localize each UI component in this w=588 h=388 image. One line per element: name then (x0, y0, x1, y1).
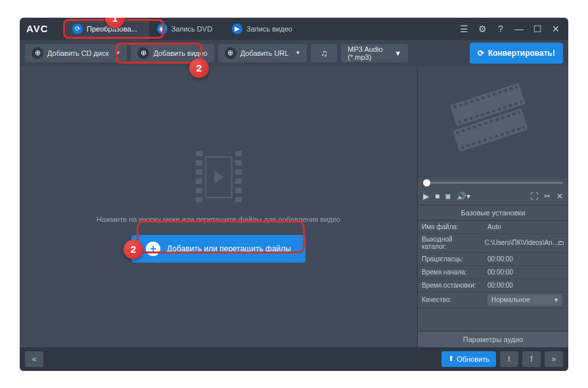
settings-header: Базовые установки (418, 205, 568, 221)
tab-label: Запись DVD (171, 25, 212, 33)
setting-value[interactable]: Auto (484, 221, 568, 232)
music-icon[interactable]: ♫ (311, 44, 337, 62)
video-plus-icon: ⊕ (137, 47, 149, 59)
annotation-badge-2b: 2 (124, 240, 143, 259)
snapshot-icon[interactable]: ◙ (445, 192, 450, 201)
setting-label: Время остановки: (418, 280, 484, 291)
setting-value: Нормальное ▾ (484, 292, 568, 308)
preview-controls: ▶ ■ ◙ 🔊▾ ⛶ ✂ ✕ (418, 188, 568, 205)
quality-select[interactable]: Нормальное ▾ (487, 294, 562, 306)
setting-label: Имя файла: (418, 221, 484, 232)
button-label: Добавить видео (153, 49, 207, 57)
footer: « ⬆ Обновить t f » (20, 347, 568, 371)
path-text: C:\Users\ПК\Videos\An... (485, 239, 558, 246)
button-label: Добавить CD диск (47, 49, 109, 57)
window-controls: ☰ ⚙ ? — ☐ ✕ (458, 24, 562, 34)
fullscreen-icon[interactable]: ⛶ (530, 192, 538, 201)
chevron-down-icon: ▼ (116, 50, 121, 56)
preview-seek-slider[interactable] (418, 178, 568, 188)
add-cd-button[interactable]: ⊕ Добавить CD диск ▼ (25, 44, 127, 62)
main-area: Нажмите на кнопку ниже или перетащите фа… (20, 66, 568, 347)
list-icon[interactable]: ☰ (458, 24, 470, 34)
expand-right-button[interactable]: » (545, 351, 563, 367)
main-tabs: ⟳ Преобразова... ◉ Запись DVD ▶ Запись в… (66, 18, 304, 40)
select-value: Нормальное (491, 296, 530, 303)
add-files-button[interactable]: + Добавить или перетащить файлы (131, 235, 305, 263)
play-icon[interactable]: ▶ (423, 192, 429, 201)
setting-value: 00:00:00 (484, 253, 568, 265)
tab-record[interactable]: ▶ Запись видео (225, 18, 304, 40)
gear-icon[interactable]: ⚙ (476, 24, 488, 34)
reel-icon (449, 83, 536, 162)
setting-label: Качество: (418, 294, 484, 305)
drop-area[interactable]: Нажмите на кнопку ниже или перетащите фа… (20, 66, 417, 347)
video-preview (418, 66, 568, 178)
chevron-down-icon: ▼ (394, 49, 401, 57)
chevron-down-icon: ▾ (554, 296, 558, 303)
disc-icon: ◉ (157, 24, 168, 34)
facebook-icon[interactable]: f (522, 351, 541, 367)
annotation-badge-2a: 2 (189, 58, 209, 78)
button-label: Конвертировать! (488, 49, 555, 58)
refresh-icon: ⟳ (72, 24, 83, 34)
button-label: Добавить или перетащить файлы (167, 244, 291, 253)
setting-value[interactable]: 00:00:00 (484, 267, 568, 278)
setting-row: Качество: Нормальное ▾ (418, 292, 568, 309)
setting-row: Время начала: 00:00:00 (418, 266, 568, 279)
folder-icon[interactable]: 🗀 (558, 239, 564, 246)
play-icon: ▶ (232, 24, 242, 34)
button-label: Обновить (457, 355, 489, 363)
collapse-left-button[interactable]: « (25, 351, 43, 367)
convert-icon: ⟳ (478, 49, 484, 58)
twitter-icon[interactable]: t (500, 351, 518, 367)
drop-hint: Нажмите на кнопку ниже или перетащите фа… (97, 215, 340, 223)
close-button[interactable]: ✕ (550, 24, 562, 34)
maximize-button[interactable]: ☐ (531, 24, 543, 34)
cut-icon[interactable]: ✂ (544, 192, 551, 201)
cd-plus-icon: ⊕ (32, 47, 43, 59)
chevron-down-icon: ▼ (295, 50, 300, 56)
audio-params-button[interactable]: Параметры аудио (418, 331, 568, 347)
setting-label: Выходной каталог: (418, 234, 481, 252)
setting-label: Працягласць: (418, 253, 484, 265)
plus-icon: + (146, 242, 160, 256)
film-placeholder-icon (196, 151, 242, 204)
setting-row: Працягласць: 00:00:00 (418, 253, 568, 266)
setting-value[interactable]: 00:00:00 (484, 280, 568, 291)
stop-icon[interactable]: ■ (435, 192, 440, 201)
button-label: Добавить URL (240, 49, 289, 57)
tab-dvd[interactable]: ◉ Запись DVD (150, 18, 224, 40)
app-window: AVC ⟳ Преобразова... ◉ Запись DVD ▶ Запи… (20, 18, 568, 371)
settings-table: Имя файла: Auto Выходной каталог: C:\Use… (418, 221, 568, 309)
convert-button[interactable]: ⟳ Конвертировать! (470, 43, 563, 64)
setting-row: Время остановки: 00:00:00 (418, 279, 568, 292)
volume-icon[interactable]: 🔊▾ (457, 192, 470, 201)
app-logo: AVC (26, 23, 49, 34)
side-panel: ▶ ■ ◙ 🔊▾ ⛶ ✂ ✕ Базовые установки Имя фай… (417, 66, 568, 347)
help-icon[interactable]: ? (495, 24, 507, 34)
tab-label: Запись видео (246, 25, 292, 33)
setting-row: Имя файла: Auto (418, 221, 568, 234)
add-url-button[interactable]: ⊕ Добавить URL ▼ (218, 44, 307, 62)
update-button[interactable]: ⬆ Обновить (441, 351, 496, 367)
setting-value[interactable]: C:\Users\ПК\Videos\An... 🗀 (481, 237, 568, 248)
titlebar: AVC ⟳ Преобразова... ◉ Запись DVD ▶ Запи… (20, 18, 568, 40)
setting-row: Выходной каталог: C:\Users\ПК\Videos\An.… (418, 234, 568, 253)
setting-label: Время начала: (418, 267, 484, 278)
output-format-select[interactable]: MP3 Audio (*.mp3) ▼ (341, 44, 408, 62)
globe-plus-icon: ⊕ (225, 47, 237, 59)
minimize-button[interactable]: — (513, 24, 525, 34)
up-arrow-icon: ⬆ (448, 355, 454, 363)
shuffle-icon[interactable]: ✕ (556, 192, 563, 201)
select-value: MP3 Audio (*.mp3) (348, 45, 390, 61)
toolbar: ⊕ Добавить CD диск ▼ ⊕ Добавить видео ⊕ … (20, 40, 568, 66)
